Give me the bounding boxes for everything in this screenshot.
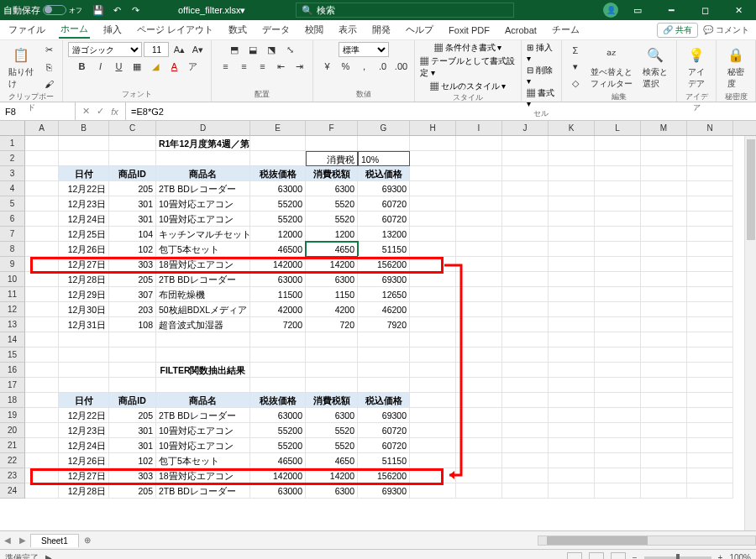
cell-H24[interactable] xyxy=(410,483,456,499)
cell-N24[interactable] xyxy=(687,483,733,499)
cell-N15[interactable] xyxy=(687,347,733,363)
cell-H13[interactable] xyxy=(410,317,456,332)
row-header-13[interactable]: 13 xyxy=(0,317,25,332)
currency-icon[interactable]: ¥ xyxy=(318,59,335,74)
tab-help[interactable]: ヘルプ xyxy=(404,22,435,38)
cell-K2[interactable] xyxy=(549,151,595,166)
cell-E19[interactable]: 63000 xyxy=(250,408,306,423)
cell-M19[interactable] xyxy=(641,408,687,423)
cell-C18[interactable]: 商品ID xyxy=(109,393,156,408)
cell-F17[interactable] xyxy=(306,378,358,393)
cell-M20[interactable] xyxy=(641,423,687,438)
cell-H4[interactable] xyxy=(410,181,456,196)
cell-H17[interactable] xyxy=(410,378,456,393)
cell-F1[interactable] xyxy=(306,136,358,151)
cell-L9[interactable] xyxy=(595,257,641,272)
cell-F14[interactable] xyxy=(306,332,358,347)
cell-N4[interactable] xyxy=(687,181,733,196)
cell-B1[interactable] xyxy=(59,136,109,151)
sensitivity-button[interactable]: 🔒秘密 度 xyxy=(722,42,750,91)
record-macro-icon[interactable]: ▶ xyxy=(45,553,52,559)
cell-G12[interactable]: 46200 xyxy=(358,302,410,317)
cell-I11[interactable] xyxy=(456,287,502,302)
cell-D10[interactable]: 2TB BDレコーダー xyxy=(156,272,250,287)
conditional-format-button[interactable]: ▦ 条件付き書式 ▾ xyxy=(434,42,502,54)
column-header-G[interactable]: G xyxy=(358,121,410,135)
cell-J2[interactable] xyxy=(502,151,549,166)
cell-C10[interactable]: 205 xyxy=(109,272,156,287)
row-header-4[interactable]: 4 xyxy=(0,181,25,196)
align-bottom-icon[interactable]: ⬔ xyxy=(263,42,280,57)
row-header-15[interactable]: 15 xyxy=(0,347,25,363)
cell-I5[interactable] xyxy=(456,196,502,212)
vertical-scrollbar[interactable] xyxy=(744,136,756,530)
cell-I19[interactable] xyxy=(456,408,502,423)
cell-K9[interactable] xyxy=(549,257,595,272)
column-header-A[interactable]: A xyxy=(25,121,59,135)
cell-A21[interactable] xyxy=(25,438,59,453)
cell-E7[interactable]: 12000 xyxy=(250,227,306,242)
cell-E11[interactable]: 11500 xyxy=(250,287,306,302)
cell-F24[interactable]: 6300 xyxy=(306,483,358,499)
cell-E15[interactable] xyxy=(250,347,306,363)
inc-decimal-icon[interactable]: .0 xyxy=(374,59,391,74)
horizontal-scrollbar[interactable] xyxy=(538,535,756,546)
spreadsheet-grid[interactable]: ABCDEFGHIJKLMN 1R1年12月度第4週／第5週売上2消費税10%3… xyxy=(0,121,756,530)
comment-button[interactable]: 💬 コメント xyxy=(703,24,749,36)
cell-N13[interactable] xyxy=(687,317,733,332)
column-header-H[interactable]: H xyxy=(410,121,456,135)
dec-decimal-icon[interactable]: .00 xyxy=(392,59,409,74)
cell-C13[interactable]: 108 xyxy=(109,317,156,332)
row-header-19[interactable]: 19 xyxy=(0,408,25,423)
cell-G6[interactable]: 60720 xyxy=(358,212,410,227)
column-header-M[interactable]: M xyxy=(641,121,687,135)
cell-D11[interactable]: 布団乾燥機 xyxy=(156,287,250,302)
cell-A1[interactable] xyxy=(25,136,59,151)
cell-G20[interactable]: 60720 xyxy=(358,423,410,438)
user-avatar[interactable]: 👤 xyxy=(603,3,618,18)
fillcolor-icon[interactable]: ◢ xyxy=(147,59,164,74)
cell-C21[interactable]: 301 xyxy=(109,438,156,453)
cell-J13[interactable] xyxy=(502,317,549,332)
cell-L16[interactable] xyxy=(595,363,641,378)
cell-A24[interactable] xyxy=(25,483,59,499)
cell-D19[interactable]: 2TB BDレコーダー xyxy=(156,408,250,423)
paste-button[interactable]: 📋 貼り付け xyxy=(5,42,37,91)
sheet-tab-1[interactable]: Sheet1 xyxy=(30,534,79,547)
cell-N23[interactable] xyxy=(687,468,733,483)
cell-D16[interactable]: FILTER関数抽出結果 xyxy=(156,363,250,378)
copy-icon[interactable]: ⎘ xyxy=(40,60,57,75)
cell-J6[interactable] xyxy=(502,212,549,227)
row-header-5[interactable]: 5 xyxy=(0,196,25,212)
cell-F3[interactable]: 消費税額 xyxy=(306,166,358,181)
cell-H10[interactable] xyxy=(410,272,456,287)
cell-H19[interactable] xyxy=(410,408,456,423)
cell-L21[interactable] xyxy=(595,438,641,453)
cell-H8[interactable] xyxy=(410,242,456,257)
cell-C15[interactable] xyxy=(109,347,156,363)
cell-J20[interactable] xyxy=(502,423,549,438)
tab-view[interactable]: 表示 xyxy=(337,22,359,38)
cell-F21[interactable]: 5520 xyxy=(306,438,358,453)
cell-M3[interactable] xyxy=(641,166,687,181)
cell-G24[interactable]: 69300 xyxy=(358,483,410,499)
tab-nav-next-icon[interactable]: ▶ xyxy=(15,535,30,545)
cell-E5[interactable]: 55200 xyxy=(250,196,306,212)
cell-A15[interactable] xyxy=(25,347,59,363)
cell-E13[interactable]: 7200 xyxy=(250,317,306,332)
cell-M15[interactable] xyxy=(641,347,687,363)
cell-J16[interactable] xyxy=(502,363,549,378)
cell-M10[interactable] xyxy=(641,272,687,287)
cell-M21[interactable] xyxy=(641,438,687,453)
cell-C2[interactable] xyxy=(109,151,156,166)
cell-G22[interactable]: 51150 xyxy=(358,453,410,468)
cell-J15[interactable] xyxy=(502,347,549,363)
cell-C22[interactable]: 102 xyxy=(109,453,156,468)
row-header-14[interactable]: 14 xyxy=(0,332,25,347)
cell-J8[interactable] xyxy=(502,242,549,257)
undo-icon[interactable]: ↶ xyxy=(109,3,124,18)
row-header-12[interactable]: 12 xyxy=(0,302,25,317)
cell-B19[interactable]: 12月22日 xyxy=(59,408,109,423)
cell-I16[interactable] xyxy=(456,363,502,378)
cell-L18[interactable] xyxy=(595,393,641,408)
